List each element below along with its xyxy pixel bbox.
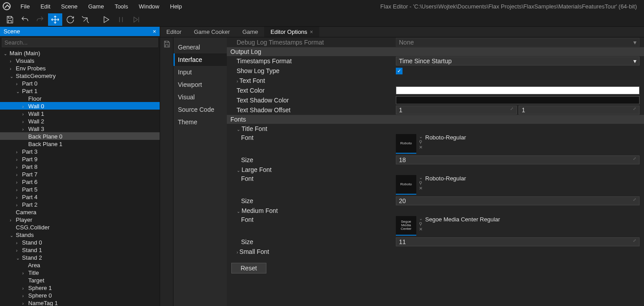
title-font-size[interactable]: 18⤢ [396, 155, 640, 164]
tree-item[interactable]: › Wall 3 [0, 125, 160, 132]
medium-font-size[interactable]: 11⤢ [396, 237, 640, 246]
save-icon[interactable] [3, 13, 17, 26]
medium-font-asset[interactable]: Segoe Media Center ⌄⚲✕ Segoe Media Cente… [396, 216, 500, 236]
tab-game-cooker[interactable]: Game Cooker [188, 27, 236, 37]
tab-game[interactable]: Game [236, 27, 264, 37]
expand-icon[interactable]: ⌄ [419, 134, 423, 139]
large-font-asset[interactable]: Roboto ⌄⚲✕ Roboto-Regular [396, 175, 466, 195]
menu-game[interactable]: Game [83, 1, 109, 12]
tree-item[interactable]: › Title [0, 269, 160, 276]
text-shadow-offset-x[interactable]: 1⤢ [396, 106, 517, 114]
tree-item[interactable]: › Wall 1 [0, 110, 160, 117]
small-font-expander[interactable]: ›Small Font [227, 248, 396, 255]
prop-label: Size [227, 238, 396, 245]
scale-icon[interactable] [78, 13, 93, 26]
redo-icon[interactable] [33, 13, 47, 26]
translate-icon[interactable] [48, 13, 62, 26]
play-icon[interactable] [99, 13, 113, 26]
timestamps-format-dropdown[interactable]: Time Since Startup▾ [396, 57, 640, 65]
scene-panel-title: Scene [4, 28, 20, 35]
tree-item[interactable]: › Part 0 [0, 79, 160, 87]
tree-item[interactable]: › Stand 1 [0, 246, 160, 253]
tree-item[interactable]: Back Plane 0 [0, 132, 160, 140]
close-icon[interactable]: × [153, 28, 156, 35]
title-font-asset[interactable]: Roboto ⌄⚲✕ Roboto-Regular [396, 134, 466, 154]
tree-item[interactable]: › Part 6 [0, 178, 160, 185]
text-color-field[interactable] [396, 86, 640, 94]
category-source-code[interactable]: Source Code [173, 103, 227, 116]
tree-item[interactable]: ⌄ Part 1 [0, 87, 160, 94]
prop-label: Debug Log Timestamps Format [227, 39, 396, 46]
text-shadow-color-field[interactable] [396, 96, 640, 104]
tree-item[interactable]: ⌄ Stands [0, 231, 160, 238]
tree-item[interactable]: › NameTag 1 [0, 299, 160, 306]
category-visual[interactable]: Visual [173, 91, 227, 103]
tree-item[interactable]: › Wall 2 [0, 117, 160, 125]
tree-item[interactable]: › Visuals [0, 57, 160, 64]
category-interface[interactable]: Interface [173, 53, 227, 66]
tree-item[interactable]: › Part 8 [0, 163, 160, 170]
undo-icon[interactable] [18, 13, 32, 26]
debug-log-ts-dropdown[interactable]: None▾ [396, 38, 640, 47]
prop-label[interactable]: ›Text Font [227, 77, 396, 84]
prop-label: Timestamps Format [227, 57, 396, 65]
tree-item[interactable]: CSG.Collider [0, 223, 160, 231]
tree-item[interactable]: › Wall 0 [0, 102, 160, 110]
search-icon[interactable]: ⚲ [419, 221, 423, 226]
scene-tree[interactable]: ⌄ Main (Main)› Visuals› Env Probes⌄ Stat… [0, 49, 160, 306]
tree-item[interactable]: ⌄ StaticGeometry [0, 72, 160, 79]
tree-item[interactable]: › Part 5 [0, 185, 160, 193]
tree-item[interactable]: Camera [0, 208, 160, 216]
scene-panel-tab[interactable]: Scene × [0, 27, 160, 36]
category-theme[interactable]: Theme [173, 116, 227, 128]
text-shadow-offset-y[interactable]: 1⤢ [519, 106, 640, 114]
tab-editor[interactable]: Editor [160, 27, 188, 37]
category-general[interactable]: General [173, 41, 227, 53]
rotate-icon[interactable] [63, 13, 77, 26]
search-input[interactable] [2, 38, 158, 47]
category-input[interactable]: Input [173, 66, 227, 78]
tree-item[interactable]: ⌄ Main (Main) [0, 49, 160, 57]
close-icon[interactable]: ✕ [419, 186, 423, 191]
reset-button[interactable]: Reset [231, 263, 266, 273]
menu-tools[interactable]: Tools [109, 1, 133, 12]
tree-item[interactable]: › Part 9 [0, 155, 160, 163]
step-icon[interactable] [129, 13, 143, 26]
tree-item[interactable]: › Stand 0 [0, 238, 160, 246]
tree-item[interactable]: › Sphere 0 [0, 291, 160, 299]
tree-item[interactable]: Floor [0, 94, 160, 102]
options-save-icon[interactable] [160, 37, 173, 306]
tree-item[interactable]: Back Plane 1 [0, 140, 160, 147]
menu-help[interactable]: Help [165, 1, 187, 12]
medium-font-expander[interactable]: ⌄Medium Font [227, 207, 396, 214]
tree-item[interactable]: › Part 4 [0, 193, 160, 200]
tree-item[interactable]: Area [0, 261, 160, 269]
tree-item[interactable]: › Sphere 1 [0, 284, 160, 291]
close-icon[interactable]: × [310, 29, 313, 35]
menu-edit[interactable]: Edit [35, 1, 56, 12]
large-font-expander[interactable]: ⌄Large Font [227, 166, 396, 173]
tab-editor-options[interactable]: Editor Options× [264, 27, 319, 37]
close-icon[interactable]: ✕ [419, 145, 423, 150]
prop-label: Font [227, 175, 396, 182]
close-icon[interactable]: ✕ [419, 227, 423, 232]
category-viewport[interactable]: Viewport [173, 78, 227, 91]
show-log-type-checkbox[interactable]: ✓ [396, 68, 402, 74]
tree-item[interactable]: Target [0, 276, 160, 284]
tree-item[interactable]: › Part 3 [0, 147, 160, 155]
tree-item[interactable]: › Part 7 [0, 170, 160, 178]
pause-icon[interactable] [114, 13, 128, 26]
large-font-size[interactable]: 20⤢ [396, 196, 640, 205]
menu-file[interactable]: File [15, 1, 35, 12]
menu-scene[interactable]: Scene [56, 1, 83, 12]
search-icon[interactable]: ⚲ [419, 180, 423, 185]
tree-item[interactable]: ⌄ Stand 2 [0, 253, 160, 261]
menu-window[interactable]: Window [133, 1, 165, 12]
tree-item[interactable]: › Player [0, 216, 160, 223]
title-font-expander[interactable]: ⌄Title Font [227, 125, 396, 132]
expand-icon[interactable]: ⌄ [419, 175, 423, 180]
search-icon[interactable]: ⚲ [419, 139, 423, 144]
expand-icon[interactable]: ⌄ [419, 216, 423, 221]
tree-item[interactable]: › Env Probes [0, 64, 160, 72]
tree-item[interactable]: › Part 2 [0, 200, 160, 208]
